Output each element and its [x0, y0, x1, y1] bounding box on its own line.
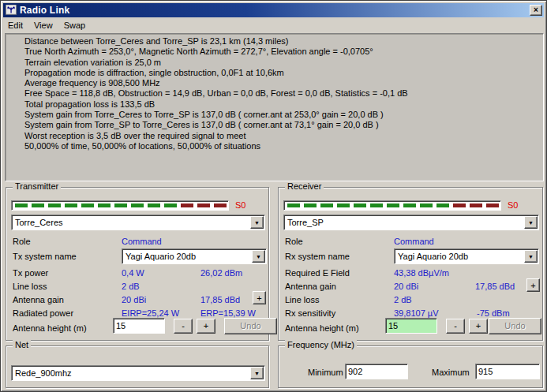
radio-link-window: Radio Link × Edit View Swap Distance bet… — [0, 0, 547, 392]
tx-station-value: Torre_Ceres — [12, 218, 249, 227]
net-select[interactable]: Rede_900mhz ▼ — [11, 365, 265, 381]
rx-system-label: Rx system name — [285, 252, 350, 261]
tx-antenna-gain-dbd: 17,85 dBd — [200, 295, 240, 304]
net-value: Rede_900mhz — [12, 368, 249, 378]
rx-station-select[interactable]: Torre_SP ▼ — [283, 215, 539, 230]
info-line: Total propagation loss is 133,5 dB — [24, 99, 540, 110]
rx-sensitivity-label: Rx sensitivity — [285, 308, 335, 318]
signal-dash-green — [320, 203, 333, 207]
signal-dash-green — [98, 203, 111, 207]
signal-dash-green — [370, 203, 383, 207]
info-line: Free Space = 118,8 dB, Obstruction = 14,… — [24, 88, 540, 99]
net-group: Net Rede_900mhz ▼ — [6, 345, 269, 388]
antenna-icon — [6, 5, 17, 16]
tx-power-dbm: 26,02 dBm — [200, 268, 242, 278]
rx-system-value: Yagi Aquario 20db — [395, 252, 523, 261]
tx-system-label: Tx system name — [13, 252, 77, 261]
rx-antenna-height-input[interactable] — [385, 318, 437, 334]
tx-power-watts: 0,4 W — [122, 268, 144, 278]
rx-sensitivity-uv: 39,8107 µV — [394, 308, 439, 318]
info-line: Distance between Torre_Ceres and Torre_S… — [24, 36, 540, 47]
rx-system-select[interactable]: Yagi Aquario 20db ▼ — [394, 248, 539, 264]
receiver-group: Receiver S0 Torre_SP ▼ Role Command Rx s… — [278, 187, 543, 341]
rx-undo-button[interactable]: Undo — [489, 318, 541, 334]
tx-line-loss-value: 2 dB — [122, 282, 140, 291]
rx-sensitivity-dbm: -75 dBm — [477, 308, 510, 318]
tx-role-label: Role — [13, 237, 31, 246]
signal-dash-green — [337, 203, 350, 207]
frequency-group-title: Frequency (MHz) — [285, 340, 357, 349]
signal-dash-green — [148, 203, 160, 207]
receiver-group-title: Receiver — [285, 181, 324, 191]
tx-line-loss-label: Line loss — [13, 282, 47, 291]
chevron-down-icon[interactable]: ▼ — [250, 216, 264, 229]
tx-station-select[interactable]: Torre_Ceres ▼ — [11, 215, 265, 230]
frequency-group: Frequency (MHz) Minimum Maximum — [278, 345, 543, 388]
rx-antenna-detail-button[interactable]: + — [526, 278, 540, 292]
info-line: Propagation mode is diffraction, single … — [24, 68, 540, 78]
rx-antenna-gain-dbi: 20 dBi — [394, 282, 418, 291]
rx-role-value: Command — [394, 237, 434, 246]
tx-undo-button[interactable]: Undo — [224, 318, 277, 334]
tx-antenna-detail-button[interactable]: + — [253, 291, 266, 304]
signal-dash-green — [164, 203, 177, 207]
signal-dash-green — [420, 203, 433, 207]
rx-antenna-height-label: Antenna height (m) — [285, 323, 359, 333]
frequency-max-input[interactable] — [475, 364, 540, 379]
chevron-down-icon[interactable]: ▼ — [524, 250, 538, 263]
tx-system-value: Yagi Aquario 20db — [122, 252, 251, 261]
info-line: True North Azimuth = 253,0°, Magnetic No… — [24, 47, 540, 57]
rx-signal-bar — [283, 200, 501, 211]
signal-dash-green — [287, 203, 300, 207]
signal-dash-green — [436, 203, 449, 207]
rx-line-loss-label: Line loss — [285, 295, 319, 304]
info-line: Worst reception is 3,5 dB over the requi… — [24, 131, 540, 141]
chevron-down-icon[interactable]: ▼ — [250, 367, 264, 379]
info-line: System gain from Torre_Ceres to Torre_SP… — [24, 110, 540, 120]
tx-height-minus-button[interactable]: - — [174, 319, 193, 334]
signal-dash-green — [32, 203, 44, 207]
tx-height-plus-button[interactable]: + — [197, 319, 215, 334]
rx-height-plus-button[interactable]: + — [469, 319, 488, 334]
signal-dash-green — [15, 203, 28, 207]
tx-power-label: Tx power — [13, 268, 48, 278]
tx-signal-bar — [11, 200, 229, 211]
menu-bar: Edit View Swap — [3, 17, 544, 32]
menu-view[interactable]: View — [29, 19, 59, 32]
net-group-title: Net — [13, 340, 31, 349]
rx-antenna-gain-label: Antenna gain — [285, 282, 336, 291]
signal-dash-green — [387, 203, 399, 207]
signal-dash-red — [197, 203, 210, 207]
frequency-min-label: Minimum — [308, 368, 343, 377]
rx-station-value: Torre_SP — [284, 218, 523, 227]
tx-antenna-height-input[interactable] — [113, 318, 165, 334]
signal-dash-green — [354, 203, 366, 207]
frequency-min-input[interactable] — [345, 364, 408, 379]
signal-dash-green — [304, 203, 317, 207]
title-bar: Radio Link × — [3, 3, 544, 17]
tx-antenna-gain-dbi: 20 dBi — [122, 295, 146, 304]
info-line: Average frequency is 908,500 MHz — [24, 78, 540, 88]
menu-swap[interactable]: Swap — [59, 19, 92, 32]
tx-antenna-gain-label: Antenna gain — [13, 295, 64, 304]
signal-dash-red — [486, 203, 499, 207]
signal-dash-green — [65, 203, 77, 207]
menu-edit[interactable]: Edit — [3, 19, 29, 32]
close-button[interactable]: × — [530, 5, 542, 16]
rx-line-loss-value: 2 dB — [394, 295, 412, 304]
tx-antenna-height-label: Antenna height (m) — [13, 323, 87, 333]
tx-radiated-label: Radiated power — [13, 308, 73, 318]
tx-role-value: Command — [122, 237, 162, 246]
chevron-down-icon[interactable]: ▼ — [524, 216, 538, 229]
rx-role-label: Role — [285, 237, 303, 246]
chevron-down-icon[interactable]: ▼ — [252, 250, 265, 263]
transmitter-group-title: Transmitter — [13, 181, 61, 191]
rx-antenna-gain-dbd: 17,85 dBd — [475, 282, 515, 291]
rx-height-minus-button[interactable]: - — [446, 319, 465, 334]
rx-efield-label: Required E Field — [285, 268, 350, 278]
signal-dash-green — [81, 203, 94, 207]
signal-dash-green — [48, 203, 61, 207]
link-summary-panel: Distance between Torre_Ceres and Torre_S… — [5, 33, 544, 181]
signal-dash-red — [470, 203, 482, 207]
tx-system-select[interactable]: Yagi Aquario 20db ▼ — [122, 248, 267, 264]
